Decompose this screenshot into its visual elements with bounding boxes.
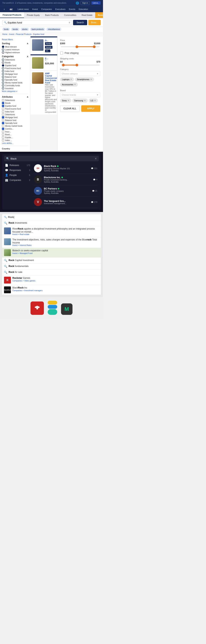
card-3[interactable]: AMP Capital Commercial Real Estate Fund …	[30, 71, 57, 115]
attr-specialty[interactable]: Specialty fund	[2, 122, 28, 124]
suggestion-riverrock[interactable]: RiverRock applies a disciplined investme…	[2, 226, 101, 237]
chip-smartphones-remove[interactable]: ✕	[90, 78, 92, 81]
card-1[interactable]: D... funds bonds st...	[30, 38, 57, 54]
autocomplete-companies[interactable]: 🏢 Companies 2	[4, 178, 31, 182]
cat-tab-realestate[interactable]: Real Estate	[79, 12, 95, 18]
breadcrumb-financial[interactable]: Financial Products	[16, 33, 32, 35]
nav-link-education[interactable]: Education	[79, 8, 88, 10]
tag-bank[interactable]: bank products	[30, 28, 45, 31]
result-bcpartners[interactable]: BC BC Partners Private equity company Sy…	[32, 185, 99, 196]
free-shipping-row[interactable]: Free shipping	[60, 50, 100, 56]
breadcrumb-home[interactable]: Home	[2, 33, 8, 35]
search-button[interactable]: Search	[73, 20, 87, 25]
sort-most-relevant[interactable]: Most relevant	[2, 46, 28, 48]
suggestion-bluerock[interactable]: The investment objectives, risks, sales …	[2, 237, 101, 248]
nav-back-button[interactable]: ‹	[2, 7, 6, 12]
nav-link-companies[interactable]: Companies	[41, 8, 52, 10]
sorting-header[interactable]: Sorting ∧	[2, 42, 28, 45]
cat-fixed[interactable]: Fixed income fund	[2, 67, 28, 70]
attr-balance[interactable]: Balance fund	[2, 119, 28, 121]
suggestion-search-input[interactable]	[8, 216, 99, 218]
free-shipping-checkbox[interactable]	[60, 52, 63, 54]
autocomplete-people[interactable]: 👤 People 5	[4, 173, 31, 178]
attr-deb2[interactable]: Debentures	[2, 113, 28, 116]
attr-commo[interactable]: Commo...	[2, 128, 28, 130]
cat-tab-financial[interactable]: Financial Products	[0, 12, 24, 18]
breadcrumb-invest[interactable]: Invest	[9, 33, 14, 35]
tag-misc[interactable]: miscellaneous	[46, 28, 62, 31]
attr-bond2[interactable]: Bond...	[2, 134, 28, 136]
chip-accessories-remove[interactable]: ✕	[74, 83, 76, 86]
chip-sony-remove[interactable]: ✕	[68, 99, 70, 102]
nav-link-events[interactable]: Events	[69, 8, 75, 10]
shipping-slider[interactable]	[61, 65, 100, 66]
brand-select[interactable]: Choose brands ▼	[60, 92, 100, 97]
cat-debentures[interactable]: Debentures	[2, 58, 28, 61]
attr-eq2[interactable]: Equitie...	[2, 136, 28, 138]
suggestion-rock-fundamentals[interactable]: 🔍 Rock fundamentals	[2, 264, 101, 270]
suggestion-rock-forsale[interactable]: 🔍 Rock for sale	[2, 270, 101, 275]
price-slider[interactable]	[61, 46, 100, 47]
attr-fixed[interactable]: Fixed income fund	[2, 108, 28, 110]
browse-button[interactable]: Brow...	[88, 20, 101, 25]
tag-funds[interactable]: funds	[2, 28, 10, 31]
price-slider-left-thumb[interactable]	[76, 46, 78, 48]
sort-lowest[interactable]: Lowest minimum	[2, 48, 28, 51]
chip-lg[interactable]: LG ✕	[89, 98, 98, 103]
suggestion-rock-capital[interactable]: 🔍 Rock Capital Investment	[2, 258, 101, 264]
nav-link-invest[interactable]: Invest	[32, 8, 38, 10]
nav-link-latest[interactable]: Latest news	[18, 8, 29, 10]
autocomplete-responses[interactable]: 💬 Responses 3	[4, 168, 31, 173]
attr-mortgage[interactable]: Mortgage fund	[2, 116, 28, 118]
suggestion-blackrock-inc[interactable]: BlackRock BlackRock Inc Companies > Inve…	[2, 285, 101, 295]
cat-insurance[interactable]: Insurance	[2, 87, 28, 90]
cat-bonds[interactable]: Bonds	[2, 62, 28, 64]
attr-equities[interactable]: Equities fund	[2, 105, 28, 107]
attr-bonds[interactable]: Bonds	[2, 102, 28, 104]
categories-header[interactable]: Categories ∧	[2, 55, 28, 58]
attr-insur[interactable]: Insur...	[2, 130, 28, 133]
apply-button[interactable]: APPLY	[81, 105, 100, 112]
card-2[interactable]: E... T... $20,000	[30, 56, 57, 70]
attr-index[interactable]: Index fund	[2, 110, 28, 113]
suggestion-biotech[interactable]: Biotech co seeks expansion capital Inves…	[2, 248, 101, 258]
filter-icon[interactable]: ≡	[69, 21, 70, 24]
cat-specialty[interactable]: Specialty fund	[2, 78, 28, 81]
result-blackrock[interactable]: BR Black Rock Managing Director Mayfair …	[32, 163, 99, 174]
chip-sony[interactable]: Sony ✕	[60, 98, 71, 103]
cat-balance[interactable]: Balance fund	[2, 76, 28, 78]
attr-debentures[interactable]: Debentures	[2, 99, 28, 101]
globe-icon[interactable]: 🌐	[76, 2, 79, 4]
chip-lg-remove[interactable]: ✕	[94, 99, 96, 102]
result-blackstone[interactable]: B Blackstone Inc. Private investment ban…	[32, 174, 99, 185]
suggestion-rock-investments[interactable]: 🔍 Rock Investments	[2, 220, 101, 226]
cat-tab-business[interactable]: Business for Sale	[95, 12, 103, 18]
autocomplete-releases[interactable]: 📄 Releases 172	[4, 163, 31, 168]
result-vanguard[interactable]: V The Vanguard Gro... Investment managem…	[32, 196, 99, 208]
cat-money[interactable]: Money market funds	[2, 82, 28, 84]
category-select[interactable]: Choose category ▼	[60, 71, 100, 76]
tag-bonds[interactable]: bonds	[11, 28, 19, 31]
shipping-slider-left[interactable]	[62, 64, 65, 66]
cat-equities[interactable]: Equities fund	[2, 64, 28, 66]
cat-tab-commodities[interactable]: Commodities	[62, 12, 79, 18]
attributes-header[interactable]: Attributes ∧	[2, 96, 28, 98]
reset-filters-link[interactable]: Reset filters	[2, 38, 28, 41]
suggestion-rockstar[interactable]: R Rockstar Games Companies > Video games	[2, 275, 101, 285]
more-categories-link[interactable]: More categories ∨	[2, 90, 28, 92]
clear-all-button[interactable]: CLEAR ALL	[60, 105, 80, 112]
autocomplete-clear-button[interactable]: ✕	[94, 157, 97, 160]
price-slider-right-thumb[interactable]	[93, 46, 96, 48]
less-attributes-link[interactable]: Less attribu...	[2, 142, 28, 144]
list-button[interactable]: List w...	[91, 1, 101, 4]
chip-laptops[interactable]: Laptops ✕	[60, 77, 74, 82]
cat-index[interactable]: Index fund	[2, 70, 28, 72]
cat-tab-bank[interactable]: Bank Products	[42, 12, 62, 18]
cat-commodity[interactable]: Commodity funds	[2, 84, 28, 87]
sort-highest[interactable]: Highest minimum	[2, 51, 28, 54]
chip-samsung[interactable]: Samsung ✕	[72, 98, 88, 103]
attr-money[interactable]: Money market funds	[2, 125, 28, 127]
autocomplete-input[interactable]	[10, 157, 94, 160]
chip-accessories[interactable]: Accessories ✕	[60, 82, 78, 87]
logo[interactable]: ac	[10, 8, 13, 11]
